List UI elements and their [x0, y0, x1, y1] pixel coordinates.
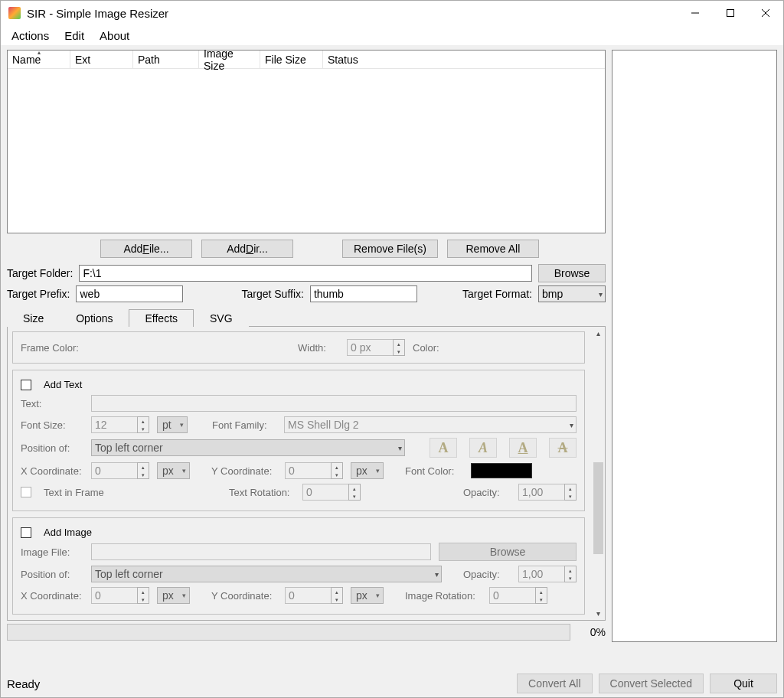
col-ext[interactable]: Ext: [70, 51, 133, 68]
text-style-underline[interactable]: A: [509, 438, 537, 458]
font-color-swatch[interactable]: [471, 463, 532, 478]
maximize-button[interactable]: [713, 1, 748, 25]
frame-out-color-label: Color:: [413, 342, 439, 354]
add-text-checkbox[interactable]: [21, 380, 31, 390]
preview-panel: [612, 50, 777, 642]
text-in-frame-checkbox[interactable]: [21, 487, 31, 497]
font-family-label: Font Family:: [212, 419, 276, 431]
text-y-unit[interactable]: px: [351, 462, 384, 479]
image-rotation-spinner[interactable]: ▴▾: [489, 587, 547, 604]
target-format-label: Target Format:: [462, 288, 532, 300]
text-x-unit[interactable]: px: [157, 462, 190, 479]
text-style-bold[interactable]: A: [430, 438, 457, 458]
target-format-select[interactable]: bmp: [538, 285, 606, 302]
tab-effects[interactable]: Effects: [129, 309, 194, 327]
statusbar: Ready Convert All Convert Selected Quit: [1, 670, 783, 697]
image-file-input[interactable]: [91, 543, 431, 560]
tab-svg[interactable]: SVG: [194, 309, 249, 327]
text-x-label: X Coordinate:: [21, 465, 83, 477]
file-table[interactable]: Name▴ Ext Path Image Size File Size Stat…: [7, 50, 606, 233]
window-title: SIR - Simple Image Resizer: [27, 7, 168, 20]
image-y-label: Y Coordinate:: [211, 590, 277, 602]
image-file-label: Image File:: [21, 546, 83, 558]
target-suffix-label: Target Suffix:: [241, 288, 303, 300]
convert-selected-button[interactable]: Convert Selected: [599, 674, 704, 693]
font-size-unit[interactable]: pt: [157, 416, 188, 433]
status-message: Ready: [7, 677, 511, 690]
menu-actions[interactable]: Actions: [5, 28, 55, 44]
image-y-spinner[interactable]: ▴▾: [285, 587, 343, 604]
image-x-label: X Coordinate:: [21, 590, 83, 602]
font-size-label: Font Size:: [21, 419, 83, 431]
text-style-strike[interactable]: A: [549, 438, 577, 458]
text-opacity-spinner[interactable]: ▴▾: [518, 484, 577, 501]
tab-options[interactable]: Options: [60, 309, 129, 327]
menubar: Actions Edit About: [1, 25, 783, 45]
image-position-select[interactable]: Top left corner: [91, 566, 442, 582]
col-status[interactable]: Status: [323, 51, 605, 68]
progress-percent: 0%: [578, 626, 606, 638]
add-dir-button[interactable]: Add Dir...: [201, 240, 293, 258]
text-input[interactable]: [91, 395, 577, 412]
app-icon: [8, 7, 21, 19]
add-image-group: Add Image Image File: Browse Position of…: [12, 517, 585, 615]
image-browse-button[interactable]: Browse: [439, 543, 577, 561]
target-folder-label: Target Folder:: [7, 267, 73, 279]
browse-button[interactable]: Browse: [538, 264, 606, 282]
minimize-button[interactable]: [678, 1, 713, 25]
add-text-group: Add Text Text: Font Size: ▴▾ pt▾ Font Fa…: [12, 370, 585, 511]
target-folder-input[interactable]: [79, 265, 532, 282]
target-prefix-label: Target Prefix:: [7, 288, 70, 300]
convert-all-button[interactable]: Convert All: [517, 674, 593, 693]
frame-width-label: Width:: [298, 342, 339, 354]
image-y-unit[interactable]: px: [351, 587, 384, 604]
text-x-spinner[interactable]: ▴▾: [91, 462, 149, 479]
add-image-checkbox[interactable]: [21, 527, 31, 538]
col-image-size[interactable]: Image Size: [199, 51, 260, 68]
font-color-label: Font Color:: [405, 465, 463, 477]
text-position-label: Position of:: [21, 442, 83, 454]
add-image-title: Add Image: [44, 527, 92, 538]
text-style-italic[interactable]: A: [469, 438, 497, 458]
quit-button[interactable]: Quit: [710, 674, 777, 693]
image-position-label: Position of:: [21, 569, 83, 580]
text-y-label: Y Coordinate:: [211, 465, 277, 477]
frame-width-spinner[interactable]: ▴▾: [347, 339, 405, 356]
menu-about[interactable]: About: [93, 28, 136, 44]
close-button[interactable]: [748, 1, 783, 25]
text-rotation-spinner[interactable]: ▴▾: [302, 484, 361, 501]
titlebar: SIR - Simple Image Resizer: [1, 1, 783, 25]
tab-size[interactable]: Size: [7, 309, 60, 327]
font-family-select[interactable]: MS Shell Dlg 2: [284, 416, 577, 433]
image-opacity-spinner[interactable]: ▴▾: [518, 566, 577, 582]
text-rotation-label: Text Rotation:: [229, 487, 295, 498]
tab-scrollbar[interactable]: ▴ ▾: [592, 327, 605, 620]
text-position-select[interactable]: Top left corner: [91, 439, 405, 456]
text-label: Text:: [21, 398, 83, 409]
add-text-title: Add Text: [44, 379, 82, 390]
text-y-spinner[interactable]: ▴▾: [285, 462, 343, 479]
col-name[interactable]: Name▴: [8, 51, 70, 68]
image-x-unit[interactable]: px: [157, 587, 190, 604]
col-file-size[interactable]: File Size: [260, 51, 323, 68]
target-prefix-input[interactable]: [76, 285, 183, 302]
col-path[interactable]: Path: [133, 51, 199, 68]
text-opacity-label: Opacity:: [463, 487, 511, 498]
tabs: Size Options Effects SVG: [7, 308, 606, 327]
tab-content-effects: Frame Color: Width: ▴▾ Color: Add Text T…: [7, 327, 606, 621]
text-in-frame-label: Text in Frame: [44, 487, 221, 498]
image-x-spinner[interactable]: ▴▾: [91, 587, 149, 604]
frame-color-label: Frame Color:: [21, 342, 290, 354]
progress-bar: [7, 624, 570, 641]
svg-rect-1: [727, 10, 734, 17]
target-suffix-input[interactable]: [310, 285, 417, 302]
font-size-spinner[interactable]: ▴▾: [91, 416, 149, 433]
add-file-button[interactable]: Add File...: [100, 240, 192, 258]
remove-files-button[interactable]: Remove File(s): [342, 240, 438, 258]
image-opacity-label: Opacity:: [463, 569, 511, 580]
image-rotation-label: Image Rotation:: [405, 590, 482, 602]
remove-all-button[interactable]: Remove All: [447, 240, 539, 258]
menu-edit[interactable]: Edit: [58, 28, 90, 44]
